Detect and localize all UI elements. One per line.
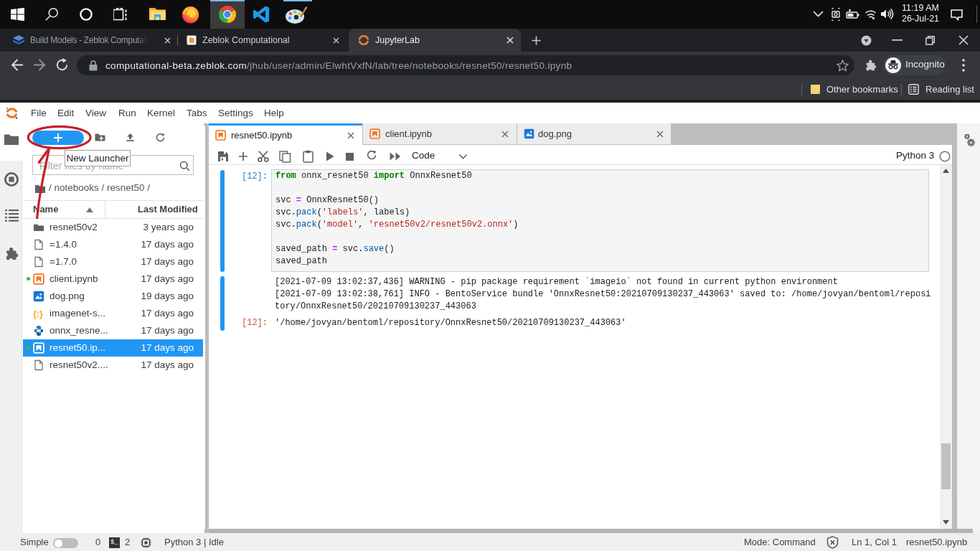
- svg-text:{:}: {:}: [33, 309, 43, 319]
